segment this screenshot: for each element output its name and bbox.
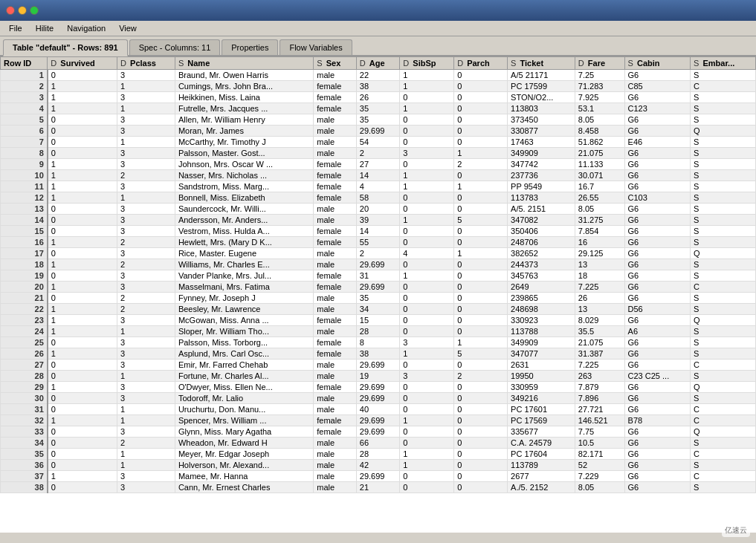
table-row[interactable]: 503Allen, Mr. William Henrymale350037345…	[1, 114, 756, 126]
menu-item-file[interactable]: File	[3, 22, 28, 34]
table-cell: 34	[1, 438, 48, 449]
table-row[interactable]: 2313McGowan, Miss. Anna ...female1500330…	[1, 315, 756, 326]
table-cell: 2677	[508, 471, 575, 482]
table-row[interactable]: 3601Holverson, Mr. Alexand...male4210113…	[1, 460, 756, 471]
table-row[interactable]: 3303Glynn, Miss. Mary Agathafemale29.699…	[1, 426, 756, 438]
table-cell: Allen, Mr. William Henry	[175, 114, 313, 126]
table-cell: 24	[1, 326, 48, 337]
table-cell: 11	[1, 181, 48, 192]
table-row[interactable]: 1211Bonnell, Miss. Elizabethfemale580011…	[1, 192, 756, 204]
tab-1[interactable]: Spec - Columns: 11	[129, 39, 221, 55]
tab-3[interactable]: Flow Variables	[280, 39, 352, 55]
table-cell: 3	[117, 426, 175, 438]
table-cell: Nasser, Mrs. Nicholas ...	[175, 170, 313, 181]
table-row[interactable]: 2102Fynney, Mr. Joseph Jmale350023986526…	[1, 293, 756, 304]
table-row[interactable]: 1903Vander Planke, Mrs. Jul...female3110…	[1, 270, 756, 282]
table-cell: 26	[1, 348, 48, 360]
table-cell: 0	[400, 237, 454, 248]
table-cell: 15	[1, 226, 48, 237]
table-cell: 1	[48, 382, 117, 393]
table-cell: 14	[356, 170, 400, 181]
col-header-sibsp[interactable]: D SibSp	[400, 57, 454, 70]
table-row[interactable]: 3803Cann, Mr. Ernest Charlesmale2100A./5…	[1, 482, 756, 493]
table-row[interactable]: 411Futrelle, Mrs. Jacques ...female35101…	[1, 103, 756, 114]
table-row[interactable]: 1612Hewlett, Mrs. (Mary D K...female5500…	[1, 237, 756, 248]
table-row[interactable]: 211Cumings, Mrs. John Bra...female3810PC…	[1, 81, 756, 92]
table-row[interactable]: 2503Palsson, Miss. Torborg...female83134…	[1, 337, 756, 348]
tab-2[interactable]: Properties	[222, 39, 278, 55]
col-header-survived[interactable]: D Survived	[48, 57, 117, 70]
table-row[interactable]: 2212Beesley, Mr. Lawrencemale34002486981…	[1, 304, 756, 315]
table-cell: 0	[48, 426, 117, 438]
col-header-name[interactable]: S Name	[175, 57, 313, 70]
col-header-cabin[interactable]: S Cabin	[624, 57, 690, 70]
table-row[interactable]: 313Heikkinen, Miss. Lainafemale2600STON/…	[1, 92, 756, 103]
col-header-pclass[interactable]: D Pclass	[117, 57, 175, 70]
table-cell: S	[691, 92, 756, 103]
table-row[interactable]: 2411Sloper, Mr. William Tho...male280011…	[1, 326, 756, 337]
col-header-embar---[interactable]: S Embar...	[691, 57, 756, 70]
table-row[interactable]: 3003Todoroff, Mr. Laliomale29.6990034921…	[1, 393, 756, 404]
table-cell: male	[314, 449, 357, 460]
table-row[interactable]: 1012Nasser, Mrs. Nicholas ...female14102…	[1, 170, 756, 181]
table-cell: 0	[400, 315, 454, 326]
minimize-button[interactable]	[18, 6, 27, 15]
table-cell: 0	[48, 137, 117, 148]
menu-bar: FileHiliteNavigationView	[0, 21, 756, 36]
table-row[interactable]: 2013Masselmani, Mrs. Fatimafemale29.6990…	[1, 282, 756, 293]
col-header-fare[interactable]: D Fare	[575, 57, 624, 70]
table-row[interactable]: 3501Meyer, Mr. Edgar Josephmale2810PC 17…	[1, 449, 756, 460]
table-cell: male	[314, 215, 357, 226]
col-header-sex[interactable]: S Sex	[314, 57, 357, 70]
table-row[interactable]: 803Palsson, Master. Gost...male231349909…	[1, 148, 756, 159]
table-row[interactable]: 3101Uruchurtu, Don. Manu...male4000PC 17…	[1, 404, 756, 415]
table-row[interactable]: 1703Rice, Master. Eugenemale24138265229.…	[1, 248, 756, 259]
table-row[interactable]: 1503Vestrom, Miss. Hulda A...female14003…	[1, 226, 756, 237]
table-row[interactable]: 701McCarthy, Mr. Timothy Jmale5400174635…	[1, 137, 756, 148]
table-cell: 2631	[508, 360, 575, 371]
table-container[interactable]: Row IDD SurvivedD PclassS NameS SexD Age…	[0, 56, 756, 533]
col-header-parch[interactable]: D Parch	[454, 57, 508, 70]
table-cell: female	[314, 315, 357, 326]
table-cell: 3	[117, 114, 175, 126]
table-cell: 35	[356, 103, 400, 114]
table-cell: S	[691, 226, 756, 237]
table-cell: 0	[48, 226, 117, 237]
tab-0[interactable]: Table "default" - Rows: 891	[3, 39, 128, 56]
table-cell: 0	[48, 126, 117, 137]
table-cell: 30	[1, 393, 48, 404]
col-header-ticket[interactable]: S Ticket	[508, 57, 575, 70]
table-cell: S	[691, 348, 756, 360]
table-row[interactable]: 603Moran, Mr. Jamesmale29.699003308778.4…	[1, 126, 756, 137]
table-cell: 373450	[508, 114, 575, 126]
col-header-row-id[interactable]: Row ID	[1, 57, 48, 70]
table-cell: 3	[117, 126, 175, 137]
table-cell: 35	[356, 293, 400, 304]
table-row[interactable]: 2913O'Dwyer, Miss. Ellen Ne...female29.6…	[1, 382, 756, 393]
table-cell: 248698	[508, 304, 575, 315]
table-row[interactable]: 3402Wheadon, Mr. Edward Hmale6600C.A. 24…	[1, 438, 756, 449]
table-row[interactable]: 2703Emir, Mr. Farred Chehabmale29.699002…	[1, 360, 756, 371]
table-cell: C23 C25 ...	[624, 371, 690, 382]
table-cell: 3	[117, 248, 175, 259]
menu-item-hilite[interactable]: Hilite	[30, 22, 59, 34]
table-cell: 0	[400, 204, 454, 215]
table-row[interactable]: 2613Asplund, Mrs. Carl Osc...female38153…	[1, 348, 756, 360]
table-cell: 5	[454, 348, 508, 360]
table-row[interactable]: 1812Williams, Mr. Charles E...male29.699…	[1, 259, 756, 270]
menu-item-navigation[interactable]: Navigation	[61, 22, 112, 34]
table-row[interactable]: 103Braund, Mr. Owen Harrismale2210A/5 21…	[1, 70, 756, 81]
table-row[interactable]: 3211Spencer, Mrs. William ...female29.69…	[1, 415, 756, 426]
menu-item-view[interactable]: View	[113, 22, 143, 34]
table-row[interactable]: 913Johnson, Mrs. Oscar W ...female270234…	[1, 159, 756, 170]
table-row[interactable]: 1113Sandstrom, Miss. Marg...female411PP …	[1, 181, 756, 192]
maximize-button[interactable]	[30, 6, 39, 15]
col-header-age[interactable]: D Age	[356, 57, 400, 70]
table-row[interactable]: 1403Andersson, Mr. Anders...male39153470…	[1, 215, 756, 226]
table-cell: 30.071	[575, 170, 624, 181]
table-row[interactable]: 2801Fortune, Mr. Charles Al...male193219…	[1, 371, 756, 382]
table-row[interactable]: 3713Mamee, Mr. Hannamale29.6990026777.22…	[1, 471, 756, 482]
table-row[interactable]: 1303Saundercock, Mr. Willi...male2000A/5…	[1, 204, 756, 215]
close-button[interactable]	[6, 6, 15, 15]
table-cell: 31.275	[575, 215, 624, 226]
